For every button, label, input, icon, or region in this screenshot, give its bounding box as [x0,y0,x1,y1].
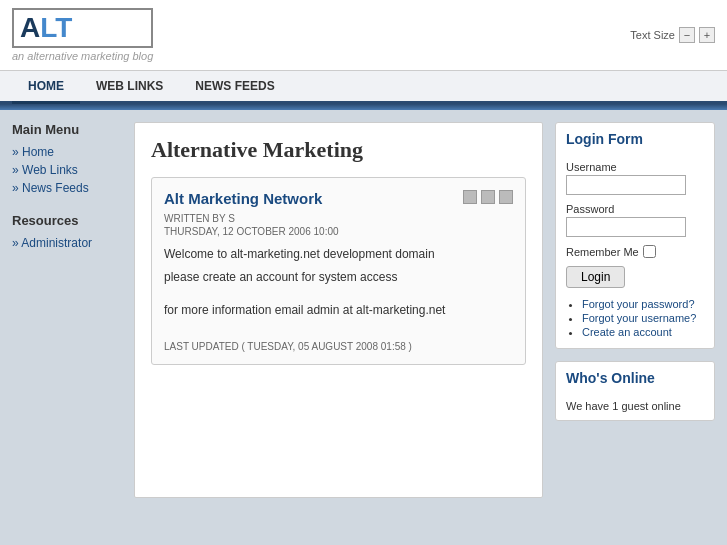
article-card: Alt Marketing Network WRITTEN BY S THURS… [151,177,526,365]
content-area: Alternative Marketing Alt Marketing Netw… [134,122,543,498]
sidebar: Main Menu Home Web Links News Feeds Reso… [12,122,122,498]
password-input[interactable] [566,217,686,237]
text-size-label: Text Size [630,29,675,41]
logo: ALT [12,8,153,48]
article-icons [463,190,513,204]
article-icon-2[interactable] [481,190,495,204]
text-size-increase-button[interactable]: + [699,27,715,43]
sidebar-item-home[interactable]: Home [12,143,122,161]
header: ALT an alternative marketing blog Text S… [0,0,727,71]
resources-title: Resources [12,213,122,228]
whos-online-title: Who's Online [556,362,714,392]
main-menu-title: Main Menu [12,122,122,137]
article-icon-3[interactable] [499,190,513,204]
right-sidebar: Login Form Username Password Remember Me… [555,122,715,498]
nav-home[interactable]: HOME [12,71,80,104]
article-date: THURSDAY, 12 OCTOBER 2006 10:00 [164,226,513,237]
remember-me-label: Remember Me [566,246,639,258]
password-label: Password [566,203,704,215]
login-button[interactable]: Login [566,266,625,288]
create-account-link[interactable]: Create an account [582,326,672,338]
text-size-control: Text Size − + [630,27,715,43]
logo-area: ALT an alternative marketing blog [12,8,153,62]
article-body-line2: please create an account for system acce… [164,268,513,287]
username-label: Username [566,161,704,173]
remember-me-row: Remember Me [566,245,704,258]
logo-lt: LT [40,12,72,43]
article-title: Alt Marketing Network [164,190,513,207]
remember-me-checkbox[interactable] [643,245,656,258]
list-item: Forgot your password? [582,298,704,310]
username-input[interactable] [566,175,686,195]
forgot-password-link[interactable]: Forgot your password? [582,298,695,310]
login-form-body: Username Password Remember Me Login Forg… [556,153,714,348]
list-item: Create an account [582,326,704,338]
nav-newsfeeds[interactable]: NEWS FEEDS [179,71,290,101]
sidebar-item-weblinks[interactable]: Web Links [12,161,122,179]
whos-online-text: We have 1 guest online [566,400,681,412]
article-body-line3: for more information email admin at alt-… [164,301,513,320]
article-written-by: WRITTEN BY S [164,213,513,224]
article-body: Welcome to alt-marketing.net development… [164,245,513,321]
article-last-updated: LAST UPDATED ( TUESDAY, 05 AUGUST 2008 0… [164,341,513,352]
forgot-username-link[interactable]: Forgot your username? [582,312,696,324]
page-title: Alternative Marketing [151,137,526,163]
nav-weblinks[interactable]: WEB LINKS [80,71,179,101]
nav-bar: HOME WEB LINKS NEWS FEEDS [0,71,727,104]
article-body-line1: Welcome to alt-marketing.net development… [164,245,513,264]
whos-online-widget: Who's Online We have 1 guest online [555,361,715,421]
sidebar-item-administrator[interactable]: Administrator [12,234,122,252]
tagline: an alternative marketing blog [12,50,153,62]
list-item: Forgot your username? [582,312,704,324]
text-size-decrease-button[interactable]: − [679,27,695,43]
sidebar-item-newsfeeds[interactable]: News Feeds [12,179,122,197]
logo-a: A [20,12,40,43]
login-links: Forgot your password? Forgot your userna… [566,298,704,338]
login-form-title: Login Form [556,123,714,153]
article-icon-1[interactable] [463,190,477,204]
whos-online-body: We have 1 guest online [556,392,714,420]
main-wrapper: Main Menu Home Web Links News Feeds Reso… [0,110,727,510]
login-form-widget: Login Form Username Password Remember Me… [555,122,715,349]
